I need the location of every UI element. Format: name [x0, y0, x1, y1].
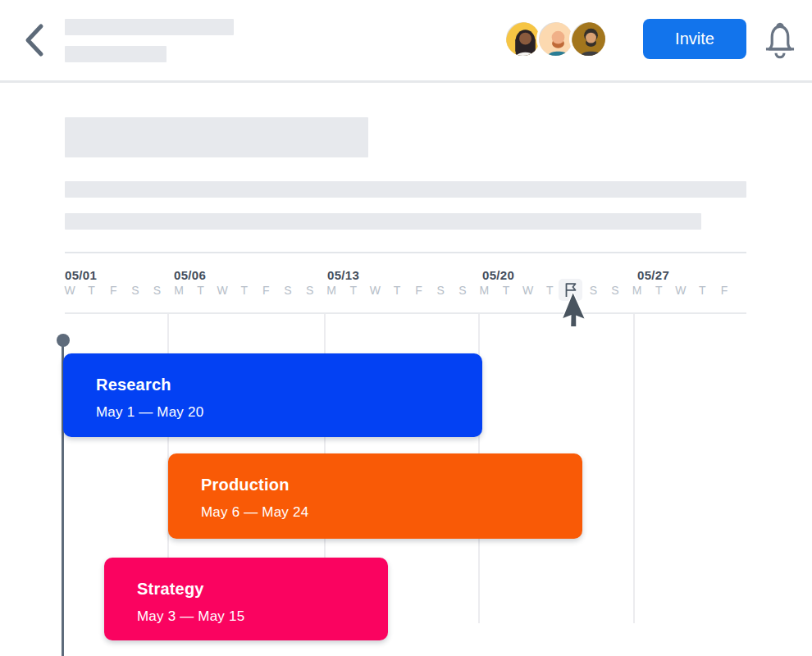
day-letter: W [517, 284, 540, 297]
flag-icon [563, 282, 577, 298]
day-letter: S [604, 284, 627, 297]
timeline-top-border [65, 252, 746, 253]
milestone-flag-chip[interactable] [559, 279, 582, 301]
notifications-button[interactable] [761, 20, 799, 63]
page-title-skeleton [65, 117, 368, 157]
task-bar-research[interactable]: ResearchMay 1 — May 20 [63, 353, 482, 437]
day-letter: F [254, 284, 277, 297]
day-letter: S [124, 284, 147, 297]
day-letter: M [626, 284, 649, 297]
week-label: 05/06 [174, 268, 206, 282]
day-letter: S [145, 284, 168, 297]
day-letter: T [385, 284, 408, 297]
day-letter: M [320, 284, 343, 297]
day-letter: S [451, 284, 474, 297]
day-letter: F [102, 284, 125, 297]
day-letter: F [408, 284, 431, 297]
text-line-skeleton [65, 181, 746, 198]
week-label: 05/01 [65, 268, 97, 282]
week-label: 05/27 [637, 268, 669, 282]
timeline-app: Invite 05/0105/0605/1305/2005/27 WTFSSMT… [0, 0, 812, 656]
day-letter: W [211, 284, 234, 297]
day-letter: T [189, 284, 212, 297]
day-letter: S [299, 284, 322, 297]
task-name: Strategy [137, 580, 388, 599]
task-name: Research [96, 376, 482, 394]
week-label: 05/13 [327, 268, 359, 282]
top-bar: Invite [0, 0, 812, 83]
avatar-teammate-3[interactable] [569, 20, 608, 58]
day-letter: T [495, 284, 518, 297]
day-letter: T [80, 284, 103, 297]
week-label: 05/20 [482, 268, 514, 282]
day-letter: W [58, 284, 81, 297]
day-letter: S [429, 284, 452, 297]
avatar-photo [572, 22, 608, 58]
day-letter: W [363, 284, 386, 297]
doc-title-skeleton [65, 19, 234, 35]
avatar-group [504, 20, 608, 58]
day-letter: T [342, 284, 365, 297]
bell-icon [763, 20, 797, 61]
day-letter: T [233, 284, 256, 297]
day-letter: S [582, 284, 604, 297]
doc-subtitle-skeleton [65, 46, 167, 62]
day-letter: S [276, 284, 299, 297]
day-letter: M [167, 284, 190, 297]
chevron-left-icon [21, 22, 48, 58]
task-date-range: May 6 — May 24 [201, 504, 582, 521]
start-marker-dot [57, 334, 70, 347]
day-letter: T [538, 284, 561, 297]
invite-button[interactable]: Invite [643, 19, 746, 59]
day-letter: W [669, 284, 692, 297]
day-letter: F [713, 284, 736, 297]
day-letter: T [691, 284, 714, 297]
back-button[interactable] [21, 22, 48, 58]
task-bar-production[interactable]: ProductionMay 6 — May 24 [168, 453, 582, 539]
text-line-skeleton [65, 213, 701, 230]
day-letter: M [472, 284, 495, 297]
task-date-range: May 3 — May 15 [137, 608, 388, 625]
task-date-range: May 1 — May 20 [96, 404, 482, 421]
week-gridline [633, 314, 635, 623]
day-letter: T [647, 284, 670, 297]
task-bar-strategy[interactable]: StrategyMay 3 — May 15 [104, 558, 388, 640]
task-name: Production [201, 476, 582, 494]
